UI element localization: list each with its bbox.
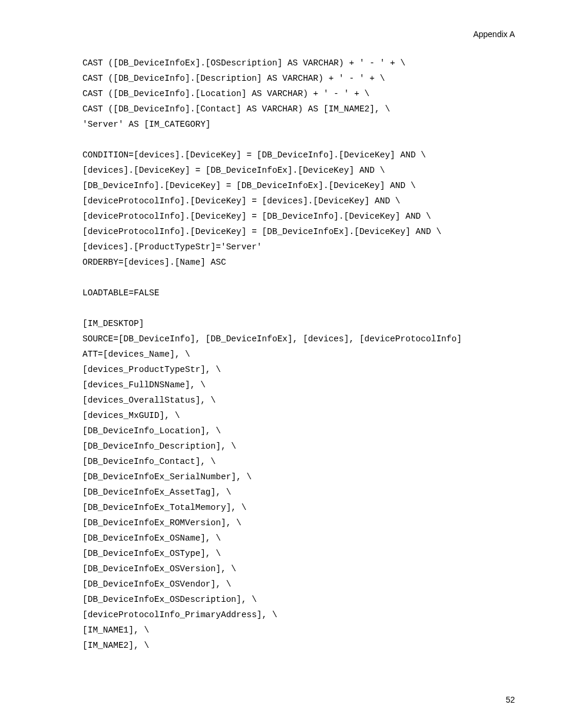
page-header: Appendix A: [82, 29, 515, 39]
document-page: Appendix A CAST ([DB_DeviceInfoEx].[OSDe…: [0, 0, 562, 728]
page-number: 52: [505, 695, 515, 704]
code-block: CAST ([DB_DeviceInfoEx].[OSDescription] …: [82, 55, 515, 653]
